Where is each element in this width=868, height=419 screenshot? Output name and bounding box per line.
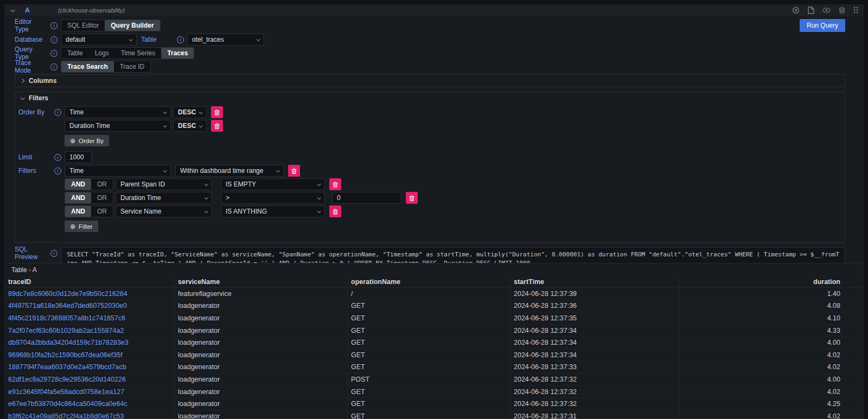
order-by-row: Duration Time DESC	[65, 120, 223, 132]
column-header-serviceName[interactable]: serviceName	[175, 276, 348, 287]
info-icon[interactable]: i	[50, 63, 58, 70]
filter-field-select[interactable]: Parent Span ID	[116, 178, 212, 190]
filter-operator-select[interactable]: IS EMPTY	[221, 178, 325, 190]
filters-indent	[18, 178, 65, 190]
bool-and-option[interactable]: AND	[65, 192, 91, 203]
trace-id-link[interactable]: 1887794f7eaa6037d0e2a4579bcd7acb	[8, 363, 126, 371]
duplicate-query-icon[interactable]	[808, 7, 814, 14]
trace-id-link[interactable]: b3f62c41e09a85d7c2f4a1b8d0e67c53	[8, 412, 124, 419]
delete-query-trash-icon[interactable]	[839, 7, 845, 14]
filter-field-select[interactable]: Service Name	[116, 205, 212, 217]
remove-order-by-button[interactable]	[211, 106, 223, 118]
bool-and-option[interactable]: AND	[65, 179, 91, 190]
operation-name-cell: POST	[348, 373, 510, 385]
query-type-label: Query Type i	[15, 47, 61, 59]
table-select[interactable]: otel_traces	[187, 34, 264, 46]
time-filter-field-select[interactable]: Time	[65, 165, 171, 177]
table-label: Table i	[141, 34, 187, 46]
info-icon[interactable]: i	[54, 154, 61, 161]
trace-mode-trace-id[interactable]: Trace ID	[114, 61, 151, 72]
trace-id-link[interactable]: 4f497571a618e364ed7ded60752030e0	[8, 302, 127, 310]
trace-id-link[interactable]: 96968b10fa2b2c1590bc67dea06ef35f	[8, 351, 123, 359]
trace-id-link[interactable]: db9704a2bbda34204d159c71b78283e3	[8, 339, 129, 346]
limit-input[interactable]	[65, 151, 92, 163]
info-icon[interactable]: i	[50, 22, 58, 29]
query-type-time-series[interactable]: Time Series	[115, 48, 162, 59]
add-order-by-button[interactable]: ⊕ Order By	[65, 135, 109, 146]
order-by-direction-select[interactable]: DESC	[173, 106, 207, 118]
editor-type-query-builder[interactable]: Query Builder	[105, 20, 159, 31]
trace-id-cell: e91c3645f04fa5e58adcd0758e1ea127	[5, 386, 175, 398]
trace-id-link[interactable]: 7a2f07ecf63c60b1029ab2ac155874a2	[8, 327, 124, 334]
filter-operator-select[interactable]: >	[221, 192, 325, 204]
remove-filter-button[interactable]	[406, 192, 418, 204]
drag-handle-icon[interactable]	[853, 7, 858, 14]
query-type-row: Query Type i Table Logs Time Series Trac…	[15, 47, 845, 59]
remove-order-by-button[interactable]	[211, 120, 223, 132]
panel-title: Table - A	[5, 263, 863, 276]
info-icon[interactable]: i	[177, 36, 184, 43]
bool-or-option[interactable]: OR	[91, 206, 113, 217]
bool-or-option[interactable]: OR	[91, 179, 113, 190]
bool-or-option[interactable]: OR	[91, 192, 113, 203]
service-name-cell: loadgenerator	[175, 312, 348, 324]
operation-name-cell: GET	[348, 337, 510, 349]
trace-id-link[interactable]: e91c3645f04fa5e58adcd0758e1ea127	[8, 388, 124, 396]
time-filter-condition-select[interactable]: Within dashboard time range	[175, 165, 284, 177]
editor-type-sql-editor[interactable]: SQL Editor	[61, 20, 105, 31]
results-table: traceID serviceName operationName startT…	[5, 276, 863, 419]
table-row: e67ee7b53870d4c864ca50409ca0e64c loadgen…	[5, 398, 863, 410]
query-type-table[interactable]: Table	[61, 48, 89, 59]
trace-id-cell: 62df1ec9a29728c9e29536c20d140226	[5, 373, 175, 385]
service-name-cell: loadgenerator	[175, 386, 348, 398]
duration-cell: 4.25	[679, 398, 863, 410]
info-icon[interactable]: i	[50, 50, 58, 57]
remove-filter-button[interactable]	[329, 178, 341, 190]
column-header-duration[interactable]: duration	[679, 276, 863, 287]
trace-mode-trace-search[interactable]: Trace Search	[61, 61, 114, 72]
order-by-direction-select[interactable]: DESC	[173, 120, 207, 132]
filter-value-input[interactable]	[332, 192, 401, 204]
grafana-query-editor-page: A (clickhouse-observability)	[0, 0, 868, 419]
filter-field-select[interactable]: Duration Time	[116, 192, 212, 204]
operation-name-cell: /	[348, 288, 510, 300]
hide-query-eye-icon[interactable]	[822, 8, 831, 13]
trace-id-link[interactable]: 89dc7e8c6060c0d12de7e9b50c216284	[8, 290, 127, 298]
filters-section-header[interactable]: Filters	[15, 92, 845, 104]
trace-id-link[interactable]: e67ee7b53870d4c864ca50409ca0e64c	[8, 400, 127, 408]
query-header-actions	[792, 7, 858, 14]
order-by-field-select[interactable]: Duration Time	[65, 120, 171, 132]
operation-name-cell: GET	[348, 362, 510, 373]
info-icon[interactable]: i	[54, 167, 61, 175]
duration-cell: 4.33	[679, 325, 863, 337]
filter-rows: AND OR Parent Span ID	[65, 178, 418, 217]
columns-section-header[interactable]: Columns	[15, 75, 845, 87]
filter-operator-select[interactable]: IS ANYTHING	[221, 205, 325, 217]
info-icon[interactable]: i	[54, 109, 61, 116]
column-header-operationName[interactable]: operationName	[348, 276, 510, 287]
order-by-field-select[interactable]: Time	[65, 106, 171, 118]
start-time-cell: 2024-06-28 12:37:34	[510, 325, 679, 337]
collapse-query-icon[interactable]	[10, 8, 15, 13]
trash-icon	[214, 109, 220, 115]
run-query-button[interactable]: Run Query	[800, 19, 845, 32]
info-icon[interactable]: i	[50, 250, 58, 257]
trace-id-link[interactable]: 62df1ec9a29728c9e29536c20d140226	[8, 376, 126, 383]
column-header-startTime[interactable]: startTime	[510, 276, 679, 287]
query-type-logs[interactable]: Logs	[89, 48, 115, 59]
remove-filter-button[interactable]	[329, 205, 341, 217]
database-select[interactable]: default	[61, 34, 137, 46]
info-icon[interactable]: i	[50, 36, 58, 43]
duration-cell: 4.00	[679, 337, 863, 349]
add-filter-button[interactable]: ⊕ Filter	[65, 221, 98, 232]
trash-icon	[214, 123, 220, 129]
order-by-rows: Time DESC	[65, 106, 223, 132]
trace-id-link[interactable]: 4f45c21918c73698057a8b1c741657c6	[8, 314, 125, 322]
bool-and-option[interactable]: AND	[65, 206, 91, 217]
table-row: 4f497571a618e364ed7ded60752030e0 loadgen…	[5, 300, 863, 313]
column-header-traceID[interactable]: traceID	[5, 276, 175, 287]
query-type-traces[interactable]: Traces	[161, 48, 194, 59]
help-icon[interactable]	[792, 7, 800, 14]
service-name-cell: loadgenerator	[175, 337, 348, 349]
remove-time-filter-button[interactable]	[288, 165, 300, 177]
